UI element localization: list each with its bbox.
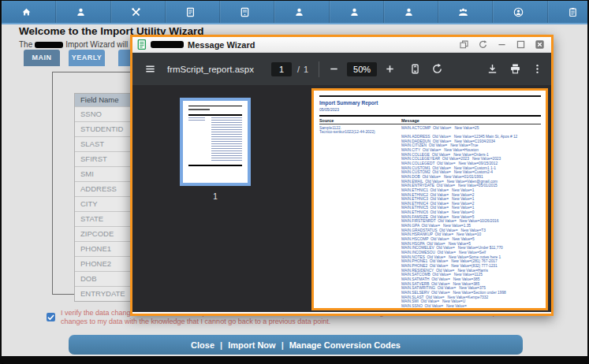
import-now-button[interactable]: Import Now [228,340,276,350]
nav-item[interactable] [111,1,166,23]
page-number-input[interactable]: 1 [271,62,292,76]
report-message-line: MAIN.SSNO Old Value= New Value= [401,304,541,309]
page-total: 1 [304,65,308,74]
nav-item[interactable] [384,1,438,23]
subtitle-prefix: The [19,40,32,49]
thumbnail-pane: 1 [132,85,311,312]
nav-item-icon [458,7,468,17]
nav-item-icon [349,7,360,17]
pdf-page-pane: Import Summary Report 05/05/2023 Source … [311,85,551,312]
menu-icon[interactable] [144,63,156,75]
message-column-header: Message [401,118,419,123]
report-title: Import Summary Report [319,100,541,106]
report-rule [319,115,541,117]
thumb-line [188,165,243,166]
nav-item-icon [568,7,578,17]
nav-item-icon [513,7,524,17]
maximize-icon[interactable] [516,39,526,50]
wizard-tab[interactable]: YEARLY [69,50,105,66]
download-icon[interactable] [486,63,498,75]
report-date: 05/05/2023 [319,107,541,112]
dialog-titlebar[interactable]: Message Wizard [132,37,551,53]
nav-item[interactable] [166,1,220,23]
thumb-text-block [188,117,205,122]
screen-frame [0,0,589,1]
main-nav [2,1,587,24]
pdf-toolbar: frmScript_report.aspx 1 / 1 50% [132,53,551,85]
nav-item-icon [185,7,196,17]
report-message-list: MAIN.ACTCOMP Old Value= New Value=25MAIN… [401,126,541,309]
report-rule [319,95,541,97]
page-thumbnail[interactable] [180,98,251,186]
nav-item-icon [294,7,304,17]
verify-text-line2: changes to my data with the knowledge th… [61,318,330,325]
zoom-out-icon[interactable] [328,63,340,75]
report-column-headers: Source Message [319,118,541,123]
subtitle-suffix: Import Wizard will he [65,40,139,49]
pdf-viewer: 1 Import Summary Report 05/05/2023 Sourc… [132,85,551,312]
thumb-line [188,114,243,116]
nav-item-icon [240,7,250,17]
report-body: Sample1122. Tecnico-senkur1022(12-44-202… [319,126,541,309]
page-subtitle: TheImport Wizard will he [19,40,139,49]
document-icon [137,39,151,50]
source-line: Tecnico-senkur1022(12-44-2022) [319,130,401,135]
close-icon[interactable] [535,39,545,50]
report-source-cell: Sample1122. Tecnico-senkur1022(12-44-202… [319,126,401,309]
report-rule [319,124,541,124]
nav-item[interactable] [438,1,493,23]
nav-item[interactable] [220,1,274,23]
nav-item[interactable] [330,1,384,23]
thumbnail-page-number: 1 [180,192,251,201]
screen-frame [0,356,589,364]
verify-checkbox[interactable] [47,313,55,321]
restore-window-icon[interactable] [459,39,469,50]
nav-item-icon [131,7,141,17]
redacted-text [35,42,63,48]
page-separator: / [297,65,300,74]
thumb-text-block [211,117,242,162]
nav-item[interactable] [493,1,547,23]
redacted-text [151,41,184,48]
nav-item-icon [404,7,414,17]
dialog-title: Message Wizard [188,40,255,50]
nav-item[interactable] [2,1,56,23]
minimize-icon[interactable] [497,39,507,50]
screen-frame [0,0,2,364]
print-icon[interactable] [509,63,521,75]
report-page: Import Summary Report 05/05/2023 Source … [311,88,548,310]
pdf-filename: frmScript_report.aspx [167,65,254,74]
close-button[interactable]: Close [191,340,214,350]
thumb-line [188,106,243,106]
footer-separator: | [220,340,222,350]
zoom-level-input[interactable]: 50% [347,62,377,76]
window-controls [459,39,551,50]
fit-page-icon[interactable] [409,63,421,75]
refresh-window-icon[interactable] [478,39,488,50]
footer-separator: | [281,340,284,350]
application-window: Welcome to the Import Utility Wizard The… [2,1,587,356]
rotate-icon[interactable] [431,63,443,75]
footer-action-bar: Close | Import Now | Manage Conversion C… [69,335,523,355]
more-options-icon[interactable] [531,63,543,75]
nav-item-icon [76,7,86,17]
zoom-in-icon[interactable] [384,63,396,75]
source-column-header: Source [319,118,401,123]
message-wizard-dialog: Message Wizard frmScript_report.aspx 1 /… [130,35,554,316]
nav-item-icon [21,7,32,17]
nav-item[interactable] [274,1,329,23]
nav-item[interactable] [56,1,110,23]
toolbar-divider [319,61,319,77]
nav-item[interactable] [548,1,587,23]
wizard-tab[interactable]: MAIN [24,50,60,66]
manage-conversion-codes-button[interactable]: Manage Conversion Codes [289,340,401,350]
thumb-line [188,109,211,110]
